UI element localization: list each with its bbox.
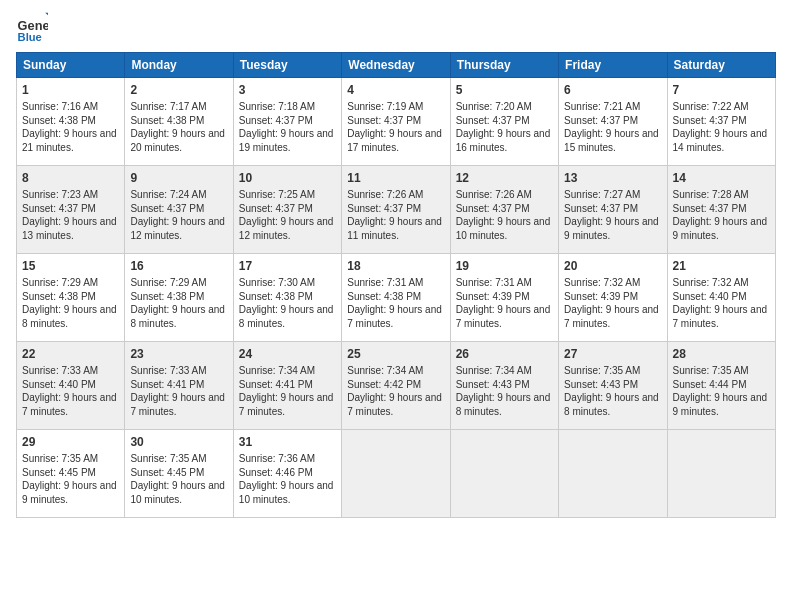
- sunrise-label: Sunrise: 7:28 AM: [673, 189, 749, 200]
- daylight-label: Daylight: 9 hours and 17 minutes.: [347, 128, 442, 153]
- day-number: 31: [239, 434, 336, 450]
- day-number: 1: [22, 82, 119, 98]
- sunrise-label: Sunrise: 7:26 AM: [347, 189, 423, 200]
- sunset-label: Sunset: 4:37 PM: [239, 115, 313, 126]
- daylight-label: Daylight: 9 hours and 7 minutes.: [347, 304, 442, 329]
- sunrise-label: Sunrise: 7:26 AM: [456, 189, 532, 200]
- sunset-label: Sunset: 4:44 PM: [673, 379, 747, 390]
- day-number: 13: [564, 170, 661, 186]
- daylight-label: Daylight: 9 hours and 10 minutes.: [130, 480, 225, 505]
- sunrise-label: Sunrise: 7:29 AM: [22, 277, 98, 288]
- sunrise-label: Sunrise: 7:35 AM: [130, 453, 206, 464]
- calendar-day-cell: 12Sunrise: 7:26 AMSunset: 4:37 PMDayligh…: [450, 166, 558, 254]
- day-number: 6: [564, 82, 661, 98]
- sunset-label: Sunset: 4:38 PM: [130, 115, 204, 126]
- sunset-label: Sunset: 4:38 PM: [347, 291, 421, 302]
- calendar-day-cell: 4Sunrise: 7:19 AMSunset: 4:37 PMDaylight…: [342, 78, 450, 166]
- calendar-day-cell: 31Sunrise: 7:36 AMSunset: 4:46 PMDayligh…: [233, 430, 341, 518]
- day-number: 5: [456, 82, 553, 98]
- header-monday: Monday: [125, 53, 233, 78]
- calendar-day-cell: 25Sunrise: 7:34 AMSunset: 4:42 PMDayligh…: [342, 342, 450, 430]
- day-number: 4: [347, 82, 444, 98]
- day-number: 25: [347, 346, 444, 362]
- sunrise-label: Sunrise: 7:31 AM: [347, 277, 423, 288]
- sunrise-label: Sunrise: 7:30 AM: [239, 277, 315, 288]
- day-number: 10: [239, 170, 336, 186]
- day-number: 8: [22, 170, 119, 186]
- calendar-day-cell: 2Sunrise: 7:17 AMSunset: 4:38 PMDaylight…: [125, 78, 233, 166]
- calendar-week-row: 8Sunrise: 7:23 AMSunset: 4:37 PMDaylight…: [17, 166, 776, 254]
- day-number: 16: [130, 258, 227, 274]
- calendar-day-cell: 24Sunrise: 7:34 AMSunset: 4:41 PMDayligh…: [233, 342, 341, 430]
- sunrise-label: Sunrise: 7:36 AM: [239, 453, 315, 464]
- header-friday: Friday: [559, 53, 667, 78]
- sunset-label: Sunset: 4:38 PM: [130, 291, 204, 302]
- sunset-label: Sunset: 4:38 PM: [239, 291, 313, 302]
- daylight-label: Daylight: 9 hours and 9 minutes.: [22, 480, 117, 505]
- sunset-label: Sunset: 4:37 PM: [673, 115, 747, 126]
- calendar-empty-cell: [559, 430, 667, 518]
- sunrise-label: Sunrise: 7:16 AM: [22, 101, 98, 112]
- sunset-label: Sunset: 4:37 PM: [564, 115, 638, 126]
- day-number: 27: [564, 346, 661, 362]
- sunset-label: Sunset: 4:37 PM: [130, 203, 204, 214]
- calendar-day-cell: 22Sunrise: 7:33 AMSunset: 4:40 PMDayligh…: [17, 342, 125, 430]
- sunset-label: Sunset: 4:38 PM: [22, 115, 96, 126]
- sunset-label: Sunset: 4:37 PM: [347, 203, 421, 214]
- daylight-label: Daylight: 9 hours and 11 minutes.: [347, 216, 442, 241]
- sunset-label: Sunset: 4:37 PM: [22, 203, 96, 214]
- daylight-label: Daylight: 9 hours and 9 minutes.: [564, 216, 659, 241]
- sunset-label: Sunset: 4:40 PM: [673, 291, 747, 302]
- sunrise-label: Sunrise: 7:20 AM: [456, 101, 532, 112]
- day-number: 24: [239, 346, 336, 362]
- header-thursday: Thursday: [450, 53, 558, 78]
- calendar-empty-cell: [450, 430, 558, 518]
- day-number: 21: [673, 258, 770, 274]
- sunset-label: Sunset: 4:39 PM: [564, 291, 638, 302]
- sunrise-label: Sunrise: 7:34 AM: [347, 365, 423, 376]
- sunrise-label: Sunrise: 7:33 AM: [22, 365, 98, 376]
- calendar-empty-cell: [342, 430, 450, 518]
- sunset-label: Sunset: 4:37 PM: [564, 203, 638, 214]
- sunrise-label: Sunrise: 7:21 AM: [564, 101, 640, 112]
- calendar-day-cell: 28Sunrise: 7:35 AMSunset: 4:44 PMDayligh…: [667, 342, 775, 430]
- daylight-label: Daylight: 9 hours and 7 minutes.: [673, 304, 768, 329]
- day-number: 11: [347, 170, 444, 186]
- day-number: 29: [22, 434, 119, 450]
- calendar-day-cell: 19Sunrise: 7:31 AMSunset: 4:39 PMDayligh…: [450, 254, 558, 342]
- calendar-day-cell: 20Sunrise: 7:32 AMSunset: 4:39 PMDayligh…: [559, 254, 667, 342]
- logo-icon: General Blue: [16, 12, 48, 44]
- sunset-label: Sunset: 4:43 PM: [564, 379, 638, 390]
- calendar-day-cell: 15Sunrise: 7:29 AMSunset: 4:38 PMDayligh…: [17, 254, 125, 342]
- sunset-label: Sunset: 4:37 PM: [673, 203, 747, 214]
- sunset-label: Sunset: 4:38 PM: [22, 291, 96, 302]
- calendar-day-cell: 30Sunrise: 7:35 AMSunset: 4:45 PMDayligh…: [125, 430, 233, 518]
- sunset-label: Sunset: 4:46 PM: [239, 467, 313, 478]
- sunset-label: Sunset: 4:37 PM: [456, 115, 530, 126]
- daylight-label: Daylight: 9 hours and 7 minutes.: [347, 392, 442, 417]
- day-number: 12: [456, 170, 553, 186]
- sunrise-label: Sunrise: 7:34 AM: [456, 365, 532, 376]
- daylight-label: Daylight: 9 hours and 13 minutes.: [22, 216, 117, 241]
- day-number: 20: [564, 258, 661, 274]
- calendar-day-cell: 10Sunrise: 7:25 AMSunset: 4:37 PMDayligh…: [233, 166, 341, 254]
- sunrise-label: Sunrise: 7:35 AM: [22, 453, 98, 464]
- calendar-page: General Blue Sunday Monday Tuesday Wedne…: [0, 0, 792, 612]
- sunset-label: Sunset: 4:41 PM: [239, 379, 313, 390]
- logo: General Blue: [16, 12, 52, 44]
- sunrise-label: Sunrise: 7:33 AM: [130, 365, 206, 376]
- calendar-day-cell: 27Sunrise: 7:35 AMSunset: 4:43 PMDayligh…: [559, 342, 667, 430]
- sunset-label: Sunset: 4:42 PM: [347, 379, 421, 390]
- header-tuesday: Tuesday: [233, 53, 341, 78]
- sunrise-label: Sunrise: 7:35 AM: [564, 365, 640, 376]
- day-number: 9: [130, 170, 227, 186]
- sunset-label: Sunset: 4:40 PM: [22, 379, 96, 390]
- daylight-label: Daylight: 9 hours and 12 minutes.: [130, 216, 225, 241]
- day-number: 30: [130, 434, 227, 450]
- calendar-day-cell: 13Sunrise: 7:27 AMSunset: 4:37 PMDayligh…: [559, 166, 667, 254]
- day-number: 26: [456, 346, 553, 362]
- calendar-day-cell: 8Sunrise: 7:23 AMSunset: 4:37 PMDaylight…: [17, 166, 125, 254]
- daylight-label: Daylight: 9 hours and 16 minutes.: [456, 128, 551, 153]
- daylight-label: Daylight: 9 hours and 14 minutes.: [673, 128, 768, 153]
- sunrise-label: Sunrise: 7:23 AM: [22, 189, 98, 200]
